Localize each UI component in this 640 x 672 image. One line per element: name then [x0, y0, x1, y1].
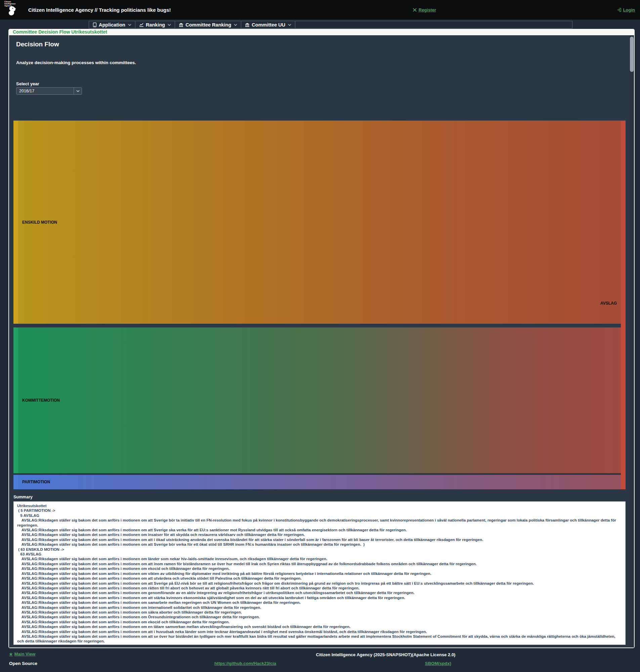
main-view-label: Main View: [14, 652, 35, 657]
screen: Citizen Intelligence Agency Citizen Inte…: [0, 0, 640, 672]
chevron-down-icon: [128, 24, 131, 26]
panel-body: Decision Flow Analyze decision-making pr…: [9, 35, 634, 647]
summary-textarea[interactable]: Utrikesutskottet ( 5 PARTIMOTION -> 5 AV…: [13, 502, 626, 645]
chevron-down-icon: [76, 90, 79, 92]
flow-enskild-motion-avslag: [18, 121, 621, 324]
year-select[interactable]: 2016/17: [16, 87, 82, 95]
node-kommittemotion: [13, 327, 18, 473]
login-link[interactable]: Login: [617, 0, 635, 19]
register-link[interactable]: Register: [412, 0, 436, 19]
login-label: Login: [623, 8, 635, 12]
panel-scrollbar[interactable]: [629, 35, 634, 647]
bird-logo-icon: [6, 5, 17, 16]
decision-flow-panel: Committee Decision Flow Utrikesutskottet…: [9, 29, 635, 648]
menu-item-committee-uu[interactable]: Committee UU: [241, 21, 295, 28]
sankey-label-partimotion: PARTIMOTION: [22, 480, 50, 484]
chevron-down-icon: [288, 24, 291, 26]
sankey-label-avslag: AVSLAG: [600, 301, 617, 305]
menu-label: Application: [99, 22, 125, 28]
sankey-label-kommittemotion: KOMMITTEMOTION: [22, 398, 60, 403]
menu-label: Committee UU: [252, 22, 285, 28]
main-view-link[interactable]: ★ Main View: [9, 652, 35, 657]
institution-icon: [179, 23, 184, 27]
chart-line-icon: [139, 23, 144, 27]
section-heading: Decision Flow: [16, 41, 59, 48]
chevron-down-icon: [234, 24, 237, 26]
year-select-label: Select year: [16, 81, 39, 86]
year-select-value: 2016/17: [16, 89, 74, 93]
decision-flow-sankey: ENSKILD MOTION KOMMITTEMOTION PARTIMOTIO…: [13, 121, 626, 489]
chevron-down-icon: [168, 24, 171, 26]
register-label: Register: [419, 8, 436, 12]
institution-icon: [245, 23, 250, 27]
flow-partimotion-avslag: [18, 475, 621, 489]
menu-label: Ranking: [146, 22, 165, 28]
node-partimotion: [13, 475, 18, 489]
menu-box: Application Ranking Committee Ranking: [89, 21, 572, 29]
section-description: Analyze decision-making processes within…: [16, 60, 136, 65]
page-title: Committee Decision Flow Utrikesutskottet: [9, 29, 634, 35]
login-icon: [617, 8, 622, 12]
panel-scrollbar-thumb[interactable]: [630, 36, 634, 72]
github-link[interactable]: https://github.com/Hack23/cia: [214, 661, 276, 666]
select-dropdown-button[interactable]: [74, 88, 82, 94]
app-logo[interactable]: Citizen Intelligence Agency: [4, 1, 27, 19]
register-icon: [412, 8, 417, 12]
node-avslag: [621, 121, 626, 489]
flow-kommittemotion-avslag: [18, 327, 621, 473]
menu-item-ranking[interactable]: Ranking: [135, 21, 175, 28]
sankey-label-enskild-motion: ENSKILD MOTION: [22, 220, 57, 225]
main-menu: Application Ranking Committee Ranking: [0, 19, 640, 29]
star-icon: ★: [9, 652, 13, 657]
open-source-label: Open Source: [9, 661, 37, 666]
summary-label: Summary: [13, 495, 33, 499]
sbom-link[interactable]: SBOM(spdx): [425, 661, 451, 666]
application-icon: [93, 23, 97, 27]
menu-item-committee-ranking[interactable]: Committee Ranking: [175, 21, 241, 28]
menu-label: Committee Ranking: [186, 22, 231, 28]
top-header: Citizen Intelligence Agency Citizen Inte…: [0, 0, 640, 19]
app-title: Citizen Intelligence Agency // Tracking …: [28, 0, 171, 19]
menu-item-application[interactable]: Application: [89, 21, 135, 28]
version-text: Citizen Intelligence Agency (2025-SNAPSH…: [316, 652, 455, 657]
node-enskild-motion: [13, 121, 18, 324]
